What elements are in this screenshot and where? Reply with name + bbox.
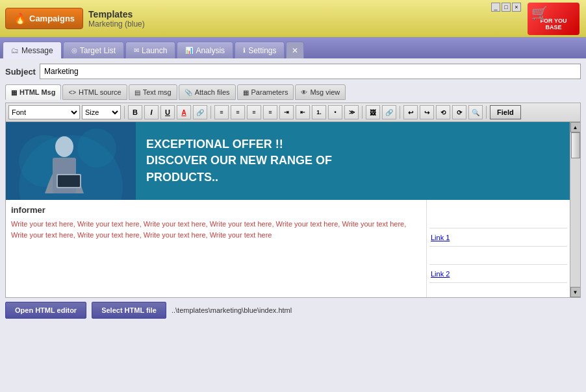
more-button[interactable]: ≫ (344, 105, 359, 119)
inner-tab-html-source-label: HTML source (79, 88, 121, 96)
toolbar-sep-4 (400, 106, 400, 119)
email-header-text: EXCEPTIONAL OFFER !!DISCOVER OUR NEW RAN… (136, 122, 570, 200)
maximize-button[interactable]: □ (502, 3, 511, 12)
svg-point-4 (55, 136, 73, 157)
scroll-track[interactable] (570, 132, 580, 287)
inner-tab-bar: ▦ HTML Msg <> HTML source ▤ Text msg 📎 A… (5, 84, 581, 100)
select-html-file-button[interactable]: Select HTML file (92, 302, 166, 319)
inner-tab-html-source[interactable]: <> HTML source (62, 84, 127, 100)
tab-settings[interactable]: ℹ Settings (235, 42, 285, 58)
email-body: informer Write your text here, Write you… (6, 200, 570, 297)
body-text: Write your text here, Write your text he… (11, 219, 421, 240)
window-subtitle: Marketing (blue) (88, 19, 145, 29)
email-left-column: informer Write your text here, Write you… (6, 200, 427, 297)
tab-close-btn[interactable]: ✕ (286, 42, 304, 58)
title-bar: 🔥 Campaigns Templates Marketing (blue) _… (0, 0, 586, 38)
link-button[interactable]: 🔗 (193, 105, 207, 119)
tab-target-label: Target List (80, 46, 116, 55)
right-spacer (429, 202, 567, 228)
close-button[interactable]: × (512, 3, 521, 12)
inner-tab-html-msg[interactable]: ▦ HTML Msg (5, 84, 61, 100)
parameters-icon: ▦ (243, 89, 249, 96)
tab-launch[interactable]: ✉ Launch (125, 42, 175, 58)
undo2-button[interactable]: ⟲ (436, 105, 450, 119)
tab-launch-label: Launch (142, 46, 167, 55)
main-content: Subject ▦ HTML Msg <> HTML source ▤ Text… (0, 58, 586, 392)
align-justify-button[interactable]: ≡ (263, 105, 277, 119)
redo-button[interactable]: ↪ (420, 105, 434, 119)
link-2[interactable]: Link 2 (431, 270, 450, 278)
link-row-spacer-2 (429, 283, 567, 297)
italic-button[interactable]: I (144, 105, 159, 119)
toolbar-sep-2 (210, 106, 211, 119)
editor-toolbar: Font Size B I U A 🔗 ≡ ≡ ≡ ≡ ⇥ ⇤ 1. • ≫ 🖼… (6, 103, 580, 122)
link-1[interactable]: Link 1 (431, 234, 450, 241)
toolbar-sep-1 (124, 106, 125, 119)
tab-target-list[interactable]: ◎ Target List (63, 42, 124, 58)
align-center-button[interactable]: ≡ (231, 105, 245, 119)
minimize-button[interactable]: _ (491, 3, 500, 12)
logo: 🛒 FOR YOU BASE (528, 3, 580, 35)
scroll-up-arrow[interactable]: ▲ (570, 122, 581, 132)
toolbar-sep-3 (362, 106, 363, 119)
svg-point-3 (77, 129, 116, 167)
tab-analysis-label: Analysis (196, 46, 225, 55)
window-controls: _ □ × (491, 3, 521, 12)
inner-tab-attach-files[interactable]: 📎 Attach files (179, 84, 236, 100)
message-icon: 🗂 (11, 46, 19, 55)
align-left-button[interactable]: ≡ (214, 105, 229, 119)
inner-tab-text-msg[interactable]: ▤ Text msg (129, 84, 177, 100)
undo-button[interactable]: ↩ (403, 105, 418, 119)
tab-analysis[interactable]: 📊 Analysis (177, 42, 233, 58)
open-html-editor-button[interactable]: Open HTML editor (5, 302, 86, 319)
font-select[interactable]: Font (8, 105, 80, 119)
link-row-spacer-1 (429, 247, 567, 265)
settings-icon: ℹ (243, 47, 246, 54)
campaigns-label: Campaigns (29, 14, 75, 23)
text-msg-icon: ▤ (134, 89, 140, 96)
link-row-2: Link 2 (429, 265, 567, 283)
link-row-1: Link 1 (429, 228, 567, 247)
bold-button[interactable]: B (128, 105, 142, 119)
vertical-scrollbar[interactable]: ▲ ▼ (570, 122, 580, 297)
redo2-button[interactable]: ⟳ (452, 105, 466, 119)
subject-input[interactable] (40, 64, 581, 79)
size-select[interactable]: Size (82, 105, 121, 119)
underline-button[interactable]: U (160, 105, 175, 119)
field-button[interactable]: Field (490, 105, 521, 119)
target-icon: ◎ (71, 47, 77, 54)
window-title: Templates (88, 9, 145, 19)
inner-tab-parameters-label: Parameters (251, 88, 288, 96)
scroll-down-arrow[interactable]: ▼ (570, 287, 581, 297)
main-tab-bar: 🗂 Message ◎ Target List ✉ Launch 📊 Analy… (0, 38, 586, 58)
font-color-button[interactable]: A (177, 105, 191, 119)
close-tab-icon: ✕ (292, 46, 298, 55)
search-button[interactable]: 🔍 (468, 105, 483, 119)
ol-button[interactable]: 1. (312, 105, 326, 119)
ul-button[interactable]: • (328, 105, 342, 119)
title-text: Templates Marketing (blue) (88, 9, 145, 29)
editor-body[interactable]: EXCEPTIONAL OFFER !!DISCOVER OUR NEW RAN… (6, 122, 570, 297)
file-path: ..\templates\marketing\blue\index.html (172, 306, 292, 314)
inner-tab-parameters[interactable]: ▦ Parameters (237, 84, 294, 100)
inner-tab-text-msg-label: Text msg (143, 88, 172, 96)
email-header-image (6, 122, 136, 200)
tab-message[interactable]: 🗂 Message (3, 42, 62, 58)
email-right-column: Link 1 Link 2 Link 3 (427, 200, 570, 297)
informer-title: informer (11, 205, 421, 215)
indent-button[interactable]: ⇥ (279, 105, 294, 119)
toolbar-sep-5 (486, 106, 487, 119)
campaigns-button[interactable]: 🔥 Campaigns (5, 8, 83, 29)
svg-rect-7 (58, 175, 80, 187)
html-source-icon: <> (68, 89, 76, 96)
scroll-thumb[interactable] (571, 132, 580, 158)
email-header: EXCEPTIONAL OFFER !!DISCOVER OUR NEW RAN… (6, 122, 570, 200)
outdent-button[interactable]: ⇤ (296, 105, 310, 119)
image-button[interactable]: 🖼 (366, 105, 380, 119)
html-msg-icon: ▦ (11, 89, 17, 96)
align-right-button[interactable]: ≡ (247, 105, 261, 119)
editor-container: Font Size B I U A 🔗 ≡ ≡ ≡ ≡ ⇥ ⇤ 1. • ≫ 🖼… (5, 103, 581, 298)
inner-tab-msg-view[interactable]: 👁 Msg view (295, 84, 346, 100)
hyperlink-button[interactable]: 🔗 (382, 105, 396, 119)
attach-icon: 📎 (185, 89, 192, 96)
